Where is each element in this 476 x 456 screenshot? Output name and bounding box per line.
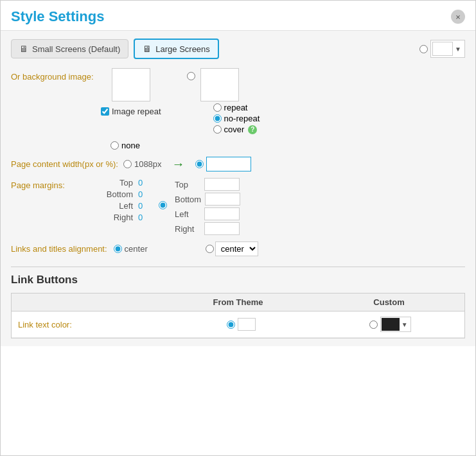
alignment-select-container: center left right <box>206 241 258 256</box>
margin-top-val-left: 0 <box>138 178 148 188</box>
arrow-right-icon: → <box>172 157 185 171</box>
alignment-label: Links and titles alignment: <box>11 244 107 254</box>
bg-image-right-content: repeat no-repeat cover ? <box>200 68 260 134</box>
tab-large-screens[interactable]: 🖥 Large Screens <box>134 39 219 59</box>
style-settings-window: Style Settings × 🖥 Small Screens (Defaul… <box>0 0 476 456</box>
no-repeat-label: no-repeat <box>224 114 260 123</box>
top-color-select[interactable]: ▼ <box>430 40 465 58</box>
margins-right-side: Top Bottom Left Right <box>175 178 240 235</box>
bg-image-box-right[interactable] <box>200 68 239 101</box>
link-buttons-section: Link Buttons From Theme Custom Link text… <box>11 267 465 338</box>
alignment-radio[interactable] <box>114 245 122 253</box>
pcw-custom-input[interactable]: 1600 <box>206 157 251 171</box>
custom-color-arrow: ▼ <box>400 321 410 328</box>
bg-image-right-radio[interactable] <box>187 72 195 80</box>
pcw-1088-radio[interactable] <box>123 160 132 168</box>
none-row: none <box>110 141 465 150</box>
margin-bottom-input-right[interactable] <box>205 193 240 206</box>
margin-right-row-right: Right <box>175 222 240 235</box>
top-color-box <box>432 42 453 56</box>
lt-col-from-theme: From Theme <box>163 297 313 307</box>
margin-left-row-right: Left <box>175 207 240 220</box>
margin-top-input-right[interactable] <box>204 178 240 191</box>
pcw-custom-option: 1600 <box>195 157 251 171</box>
margin-right-label-left: Right <box>101 213 133 222</box>
top-color-swatch-container: ▼ <box>419 40 465 58</box>
page-margins-row: Page margins: Top 0 Bottom 0 Left 0 Righ… <box>11 178 465 235</box>
repeat-radio[interactable] <box>213 103 222 112</box>
cover-option: cover ? <box>213 125 260 134</box>
custom-color-select[interactable]: ▼ <box>380 317 411 332</box>
pcw-custom-radio[interactable] <box>195 160 204 168</box>
link-text-color-from-theme <box>167 318 316 331</box>
no-repeat-option: no-repeat <box>213 114 260 123</box>
close-button[interactable]: × <box>451 10 465 24</box>
alignment-radio-label: center <box>125 244 148 254</box>
repeat-label: repeat <box>224 103 248 112</box>
link-text-from-theme-radio[interactable] <box>227 320 235 329</box>
pcw-label: Page content width(px or %): <box>11 159 118 169</box>
margins-right-radio-col <box>159 178 167 209</box>
margin-right-val-left: 0 <box>138 213 148 222</box>
alignment-select[interactable]: center left right <box>215 241 258 256</box>
margin-bottom-label-left: Bottom <box>101 189 133 199</box>
cover-radio[interactable] <box>213 125 222 134</box>
repeat-option: repeat <box>213 103 260 112</box>
link-text-custom-radio[interactable] <box>369 320 378 329</box>
margin-left-label-left: Left <box>101 201 133 211</box>
page-margins-label: Page margins: <box>11 178 94 190</box>
none-label: none <box>121 141 140 150</box>
margins-left-side: Top 0 Bottom 0 Left 0 Right 0 <box>101 178 148 222</box>
margin-right-input-right[interactable] <box>204 222 240 235</box>
large-screen-icon: 🖥 <box>143 44 152 54</box>
top-color-arrow: ▼ <box>453 46 463 53</box>
margin-left-label-right: Left <box>175 209 200 219</box>
no-repeat-radio[interactable] <box>213 114 222 123</box>
margin-right-row-left: Right 0 <box>101 213 148 222</box>
top-color-radio[interactable] <box>419 45 428 53</box>
margin-bottom-val-left: 0 <box>138 189 148 199</box>
bg-image-label: Or background image: <box>11 68 94 82</box>
margins-left-radio[interactable] <box>159 201 167 209</box>
margin-bottom-row-right: Bottom <box>175 193 240 206</box>
link-text-color-row: Link text color: ▼ <box>12 311 464 338</box>
margin-left-input-right[interactable] <box>204 207 240 220</box>
margin-top-label-left: Top <box>101 178 133 188</box>
lt-col-empty <box>12 297 163 307</box>
page-title: Style Settings <box>11 8 104 25</box>
tab-small-screens[interactable]: 🖥 Small Screens (Default) <box>11 39 128 58</box>
tabs-row: 🖥 Small Screens (Default) 🖥 Large Screen… <box>11 39 465 59</box>
bg-image-box-left[interactable] <box>112 68 150 101</box>
alignment-row: Links and titles alignment: center cente… <box>11 241 465 256</box>
margins-right-labels: Top Bottom Left Right <box>175 178 240 235</box>
bg-image-right: repeat no-repeat cover ? <box>187 68 260 134</box>
bg-image-row: Or background image: Image repeat repeat <box>11 68 465 134</box>
margin-bottom-label-right: Bottom <box>175 195 201 204</box>
main-content: 🖥 Small Screens (Default) 🖥 Large Screen… <box>1 31 475 346</box>
margin-top-row-left: Top 0 <box>101 178 148 188</box>
small-screen-icon: 🖥 <box>19 44 28 54</box>
pcw-1088-option: 1088px <box>123 159 162 169</box>
bg-repeat-options: repeat no-repeat cover ? <box>213 103 260 134</box>
alignment-custom-radio[interactable] <box>206 245 214 253</box>
image-repeat-cb: Image repeat <box>101 107 161 116</box>
link-text-color-custom: ▼ <box>315 317 464 332</box>
margin-right-label-right: Right <box>175 224 200 234</box>
cover-help-icon[interactable]: ? <box>248 125 257 134</box>
tab-large-screens-label: Large Screens <box>155 44 210 54</box>
tab-small-screens-label: Small Screens (Default) <box>32 44 120 54</box>
alignment-center-option: center <box>114 244 148 254</box>
margin-left-val-left: 0 <box>138 201 148 211</box>
lt-col-custom: Custom <box>313 297 464 307</box>
image-repeat-checkbox[interactable] <box>101 107 109 116</box>
image-repeat-label: Image repeat <box>112 107 161 116</box>
pcw-1088-label: 1088px <box>134 159 162 169</box>
none-radio[interactable] <box>110 141 119 150</box>
bg-image-left: Image repeat <box>101 68 161 116</box>
theme-color-box <box>238 318 256 331</box>
page-content-width-row: Page content width(px or %): 1088px → 16… <box>11 157 465 171</box>
margin-left-row-left: Left 0 <box>101 201 148 211</box>
link-text-color-label: Link text color: <box>12 320 167 329</box>
margin-top-label-right: Top <box>175 180 200 189</box>
custom-color-box <box>382 318 400 331</box>
